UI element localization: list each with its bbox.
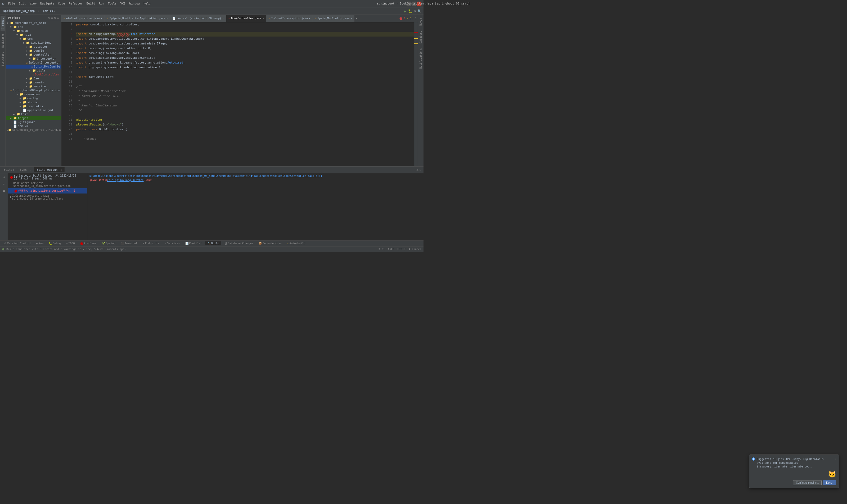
tree-item-main[interactable]: ▼ 📁 main <box>6 29 61 33</box>
build-failed-item[interactable]: ⬤ springboot: build failed At 2022/10/25… <box>8 174 87 181</box>
debug-tab[interactable]: 🐛 Debug <box>47 241 63 246</box>
notifications-tab[interactable]: Notifications <box>418 46 423 71</box>
todo-tab[interactable]: ≡ TODO <box>64 241 77 246</box>
spring-tab[interactable]: 🌱 Spring <box>100 241 118 246</box>
menu-vcs[interactable]: VCS <box>119 1 127 6</box>
menu-edit[interactable]: Edit <box>17 1 28 6</box>
tree-item-controller[interactable]: ▼ 📁 controller <box>6 53 61 57</box>
settings-icon[interactable]: ⚙ <box>414 9 416 13</box>
settings-icon[interactable]: ⚙ <box>417 168 418 172</box>
tree-item-springmvcconfig[interactable]: ▶ ☕ SpringMvcConfig <box>6 65 61 69</box>
bookmarks-tab[interactable]: Bookmarks <box>1 31 5 50</box>
file-link[interactable]: D:\DingJiaxiong\IdeaProjects\SpringBootS… <box>89 175 322 177</box>
encoding-indicator[interactable]: UTF-8 <box>398 248 406 251</box>
build-status-tab[interactable]: 🔨 Build <box>205 241 221 246</box>
maven-tab[interactable]: Maven <box>418 16 423 28</box>
editor-tab-lpspring[interactable]: ☕ IpSpringBootStarterApplication.java ✕ <box>105 15 170 22</box>
structure-tab[interactable]: Structure <box>1 50 5 68</box>
pom-file-link[interactable]: pom.xml <box>41 9 57 13</box>
close-icon[interactable]: ✕ <box>101 17 102 20</box>
debug-button[interactable]: 🐛 <box>408 9 412 13</box>
settings-icon[interactable]: ⚙ <box>54 16 56 20</box>
menu-view[interactable]: View <box>28 1 38 6</box>
sync-icon[interactable]: ⊙ <box>48 16 50 20</box>
build-output-close[interactable]: ✕ <box>60 168 62 171</box>
tree-item-bookcontroller[interactable]: ▶ ☕ BookController <box>6 73 61 76</box>
menu-navigate[interactable]: Navigate <box>39 1 56 6</box>
menu-window[interactable]: Window <box>128 1 141 6</box>
more-tabs-button[interactable]: ▼ <box>356 17 357 20</box>
tree-item-interceptor[interactable]: ▼ 📁 interceptor <box>6 57 61 60</box>
tree-item-gitignore[interactable]: ▶ 📄 .gitignore <box>6 120 61 124</box>
editor-tab-springmvcconfig[interactable]: ☕ SpringMvcConfig.java ✕ <box>313 15 355 22</box>
db-changes-tab[interactable]: 🗄 Database Changes <box>222 241 255 246</box>
build-path-item[interactable]: BookController.java springboot_08_ssmp/s… <box>8 181 87 188</box>
tree-item-actuator[interactable]: ▶ 📁 actuator <box>6 45 61 49</box>
filter-icon[interactable]: ≡ <box>1 188 6 194</box>
database-tab[interactable]: Database <box>418 29 423 46</box>
scroll-icon[interactable]: ↓ <box>1 181 6 186</box>
close-icon[interactable]: ✕ <box>222 17 224 20</box>
services-tab[interactable]: ⚙ Services <box>163 241 182 246</box>
menu-help[interactable]: Help <box>142 1 152 6</box>
close-icon[interactable]: ✕ <box>166 17 168 20</box>
tree-item-application-yml[interactable]: ▶ 📄 application.yml <box>6 108 61 112</box>
tree-item-pom[interactable]: ▶ 📄 pom.xml <box>6 124 61 128</box>
tree-item-target[interactable]: ▶ 📁 target <box>6 116 61 120</box>
tree-item-utils[interactable]: ▶ 📁 utils <box>6 69 61 73</box>
expand-icon[interactable]: ⊞ <box>57 16 59 20</box>
menu-run[interactable]: Run <box>97 1 106 6</box>
terminal-tab[interactable]: ⬛ Terminal <box>119 241 140 246</box>
menu-refactor[interactable]: Refactor <box>67 1 84 6</box>
tree-item-domain[interactable]: ▶ 📁 domain <box>6 80 61 85</box>
line-col-indicator[interactable]: 3:31 <box>379 248 385 251</box>
menu-code[interactable]: Code <box>56 1 67 6</box>
search-everywhere-button[interactable]: 🔍 <box>417 9 421 13</box>
problems-tab[interactable]: ⬤ Problems <box>78 241 99 246</box>
tree-item-src[interactable]: ▼ 📁 src <box>6 25 61 29</box>
tree-item-templates[interactable]: ▶ 📁 templates <box>6 104 61 108</box>
run-button[interactable]: ▶ <box>404 9 406 13</box>
menu-tools[interactable]: Tools <box>106 1 118 6</box>
tree-item-resources[interactable]: ▼ 📁 resources <box>6 92 61 96</box>
editor-tab-bookcontroller[interactable]: ☕ BookController.java ✕ <box>226 15 266 22</box>
tree-item-springboot[interactable]: ▼ 📁 springboot_08_ssmp <box>6 21 61 25</box>
menu-build[interactable]: Build <box>85 1 96 6</box>
close-panel-icon[interactable]: ✕ <box>419 168 421 172</box>
auto-build-tab[interactable]: ⚠ Auto-build <box>285 241 307 246</box>
tree-item-static[interactable]: ▶ 📁 static <box>6 100 61 104</box>
project-tab[interactable]: Project <box>1 16 5 31</box>
endpoints-tab[interactable]: ⊕ Endpoints <box>141 241 161 246</box>
sync-tab[interactable]: Sync ✕ <box>17 167 34 172</box>
tree-item-ipcountinterceptor[interactable]: ▶ ☕ IpCountInterceptor <box>6 60 61 65</box>
editor-tab-ipcountinterceptor[interactable]: ☕ IpCountInterceptor.java ✕ <box>266 15 313 22</box>
indent-indicator[interactable]: 4 spaces <box>409 248 421 251</box>
editor-tab-autoconfig[interactable]: ☕ utoConfiguration.java ✕ <box>61 15 105 22</box>
build-output-tab[interactable]: Build Output ✕ <box>34 167 65 172</box>
tree-item-config[interactable]: ▶ 📁 config <box>6 49 61 53</box>
tree-item-springboot-app[interactable]: ▶ ☕ Springboot08SsmpApplication <box>6 88 61 92</box>
code-editor[interactable]: package com.dingjiaxiong.controller; imp… <box>74 22 414 166</box>
tree-item-com[interactable]: ▼ 📁 com <box>6 37 61 41</box>
tree-item-test[interactable]: ▶ 📁 test <box>6 112 61 116</box>
sync-close[interactable]: ✕ <box>30 168 31 171</box>
build-tab[interactable]: Build: <box>1 167 17 172</box>
error-item[interactable]: ⬤ 程序包cn.dingjiaxiong.service不存在 :3 <box>8 188 87 194</box>
tree-item-java[interactable]: ▼ 📁 java <box>6 33 61 37</box>
close-icon[interactable]: ✕ <box>309 17 310 20</box>
close-icon[interactable]: ✕ <box>350 17 352 20</box>
tree-item-springboot09[interactable]: ▶ 📁 springboot_09_config D:\DingJiaxiong… <box>6 128 61 131</box>
tree-item-config2[interactable]: ▶ 📁 config <box>6 96 61 100</box>
tree-item-dingjiaxiong[interactable]: ▼ 📁 dingjiaxiong <box>6 41 61 45</box>
package-link[interactable]: cn.dingjiaxiong.service <box>107 179 143 182</box>
close-icon[interactable]: ✕ <box>262 17 264 20</box>
rerun-icon[interactable]: ↺ <box>1 175 6 180</box>
menu-file[interactable]: File <box>6 1 17 6</box>
profiler-tab[interactable]: 📊 Profiler <box>183 241 204 246</box>
run-tab[interactable]: ▶ Run <box>34 241 46 246</box>
ipcount-item[interactable]: ℹ IpCountInterceptor.java springboot_08_… <box>8 194 87 201</box>
dependencies-tab[interactable]: 📦 Dependencies <box>256 241 284 246</box>
line-ending-indicator[interactable]: CRLF <box>388 248 394 251</box>
version-control-tab[interactable]: ⎇ Version Control <box>1 241 33 246</box>
tree-item-dao[interactable]: ▶ 📁 Dao <box>6 76 61 80</box>
